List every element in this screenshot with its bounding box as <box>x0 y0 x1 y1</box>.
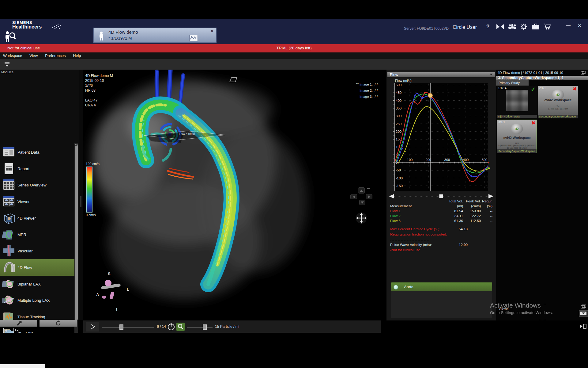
collapse-nav-icon[interactable] <box>367 188 370 189</box>
orientation-superior: S <box>108 271 111 276</box>
float-window-icon[interactable] <box>581 305 586 309</box>
cart-icon[interactable] <box>543 23 552 30</box>
help-icon[interactable]: ? <box>486 24 489 30</box>
patient-banner-close-icon[interactable]: ✕ <box>210 29 214 33</box>
sidebar-item-patient-data[interactable]: Patient Data <box>0 144 74 160</box>
table-header-units-bottom: Measurement(ml)(cm/s)(%) <box>386 204 496 209</box>
minimize-icon[interactable]: — <box>566 22 571 28</box>
menu-view[interactable]: View <box>29 54 38 58</box>
pan-left-button[interactable] <box>350 194 357 199</box>
flow-chart[interactable]: Flow (ml/s)50045040035030025020015010050… <box>386 78 496 199</box>
tray-button[interactable] <box>579 310 588 317</box>
table-row-flow-3: Flow 361.36112.50-- <box>386 218 496 223</box>
panel-divider[interactable] <box>79 70 83 320</box>
vessel-selector-aorta[interactable]: Aorta <box>391 282 492 291</box>
workspace-title: 3. SecondaryCaptureWorkspace s1p1 <box>498 76 564 80</box>
overlay-line: 2015-09-10 <box>85 78 113 83</box>
sidebar-item-mpr[interactable]: MPR <box>0 226 74 243</box>
cell: (cm/s) <box>463 204 481 208</box>
menu-preferences[interactable]: Preferences <box>45 54 66 58</box>
menu-help[interactable]: Help <box>73 54 81 58</box>
sidebar-item-vascular[interactable]: Vascular <box>0 243 74 259</box>
pan-up-button[interactable] <box>358 187 365 194</box>
thumbnail-3-1-1[interactable]: 3/1/1✖42cvi42 WorkspaceTP1OpenAppUser Op… <box>497 120 537 153</box>
vessel-status-icon <box>394 285 398 289</box>
table-row-flow-2: Flow 284.11122.72-- <box>386 213 496 218</box>
pan-right-button[interactable] <box>366 194 372 199</box>
patient-banner[interactable]: 4D Flow demo * 1/1/1972 M ✕ <box>93 28 217 43</box>
viewer-icon <box>2 195 16 208</box>
settings-gear-icon[interactable] <box>520 23 527 30</box>
orientation-figure[interactable] <box>98 278 132 306</box>
cell: (%) <box>481 204 492 208</box>
viewer-4d-icon <box>2 211 16 225</box>
overlay-line: Image 3: -/-/- <box>356 94 379 100</box>
top-black-strip <box>0 0 588 19</box>
flow-panel-header[interactable]: Flow <box>387 72 495 77</box>
module-label: 4D Viewer <box>17 216 36 220</box>
expand-panel-icon[interactable] <box>579 324 587 329</box>
cine-loop-icon[interactable] <box>167 323 175 331</box>
velocity-colorbar <box>86 167 92 213</box>
application-window: SIEMENS Healthineers 4D Flow demo * 1/1/… <box>0 0 588 368</box>
scroll-up-icon[interactable] <box>75 144 77 146</box>
patient-data-icon <box>2 145 16 159</box>
patient-search-icon[interactable] <box>4 30 16 43</box>
sidebar-item-4d-viewer[interactable]: 4D Viewer <box>0 210 74 226</box>
bottom-black-strip <box>0 333 588 368</box>
capture-thumbnail-icon[interactable] <box>189 35 198 41</box>
frame-slider-handle[interactable] <box>119 324 123 330</box>
siemens-logo: SIEMENS Healthineers <box>12 20 42 30</box>
flow-3d-viewport[interactable]: 4D Flow demo M2015-09-101/*/6HR 63LAO 47… <box>83 70 381 320</box>
biplanar-lax-icon <box>2 277 16 291</box>
playback-bar: 6 / 14 15 Particle / ml <box>83 320 381 333</box>
workspace-bar[interactable]: 3. SecondaryCaptureWorkspace s1p1 <box>496 76 588 80</box>
reference-images-overlay: ** Image 1: -/-/-Image 2: -/-/-Image 3: … <box>356 81 379 100</box>
thumbnail-1-1-14[interactable]: 1/1/14✓mjb_4Dflow_aorta <box>497 86 537 118</box>
move-tool-icon[interactable] <box>355 212 368 224</box>
play-button[interactable] <box>86 322 99 332</box>
reset-module-button[interactable] <box>40 320 77 327</box>
table-header-units-top: Total Vol.Peak Vel.Regur. <box>386 199 496 204</box>
module-label: Multiple Long LAX <box>17 298 50 303</box>
study-popout-icon[interactable] <box>581 71 586 75</box>
rejected-x-icon[interactable]: ✖ <box>531 120 535 126</box>
briefcase-icon[interactable] <box>532 24 540 30</box>
bowtie-icon[interactable] <box>496 24 504 29</box>
taskbar-fragment <box>0 364 45 368</box>
sidebar-item-viewer[interactable]: Viewer <box>0 193 74 210</box>
plane-label[interactable]: Flow 4 (Img) <box>179 132 195 135</box>
module-label: Series Overview <box>17 183 47 187</box>
row-label: Flow 1 <box>386 209 428 213</box>
thumbnail-2-1-1[interactable]: 2/1/1✖42cvi42 WorkspaceTst17 Mar 2017 11… <box>538 86 578 118</box>
sidebar-item-biplanar-lax[interactable]: Biplanar LAX <box>0 276 74 292</box>
flow-dropdown-icon[interactable] <box>490 74 493 75</box>
particle-slider-handle[interactable] <box>203 324 207 330</box>
timeline-handle <box>439 194 443 198</box>
rejected-x-icon[interactable]: ✖ <box>573 86 577 92</box>
tools-button[interactable] <box>0 320 37 327</box>
particle-density-label: 15 Particle / ml <box>215 324 239 329</box>
frame-slider[interactable] <box>102 327 154 328</box>
sidebar-item-4d-flow[interactable]: 4D Flow <box>0 259 74 276</box>
svg-text:300: 300 <box>444 158 450 162</box>
module-label: Vascular <box>17 249 33 253</box>
layout-toggle-icon[interactable] <box>4 61 11 67</box>
sidebar-scrollbar-thumb[interactable] <box>75 144 78 320</box>
sidebar-item-report[interactable]: Report <box>0 160 74 177</box>
overlay-line: CRA 4 <box>85 103 113 108</box>
user-label[interactable]: Circle User <box>453 25 477 30</box>
particle-zoom-button[interactable] <box>176 323 185 331</box>
pan-down-button[interactable] <box>359 200 365 205</box>
accepted-check-icon[interactable]: ✓ <box>531 86 536 93</box>
divider-handle[interactable] <box>80 196 81 207</box>
multiple-long-lax-icon <box>2 293 16 307</box>
tab-primary-study[interactable]: Primary Study <box>496 80 529 86</box>
users-icon[interactable] <box>508 24 517 30</box>
menu-workspace[interactable]: Workspace <box>3 54 22 58</box>
row-label: Flow 3 <box>386 219 428 223</box>
close-icon[interactable]: ✕ <box>578 23 582 29</box>
sidebar-item-multiple-long-lax[interactable]: Multiple Long LAX <box>0 292 74 309</box>
sidebar-item-series-overview[interactable]: Series Overview <box>0 177 74 193</box>
particle-slider[interactable] <box>187 327 213 328</box>
